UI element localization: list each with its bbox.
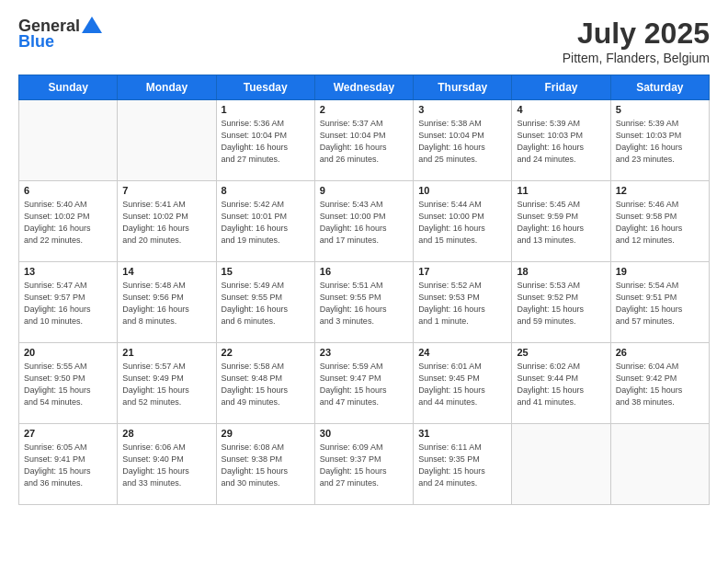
calendar-cell: 13Sunrise: 5:47 AM Sunset: 9:57 PM Dayli… [19, 262, 118, 343]
calendar-cell: 25Sunrise: 6:02 AM Sunset: 9:44 PM Dayli… [512, 343, 610, 424]
cell-info: Sunrise: 6:11 AM Sunset: 9:35 PM Dayligh… [418, 442, 506, 489]
day-number: 30 [320, 428, 408, 439]
cell-info: Sunrise: 5:44 AM Sunset: 10:00 PM Daylig… [418, 199, 506, 247]
cell-info: Sunrise: 5:38 AM Sunset: 10:04 PM Daylig… [418, 118, 506, 166]
logo-icon [82, 15, 102, 35]
cell-info: Sunrise: 6:01 AM Sunset: 9:45 PM Dayligh… [418, 361, 506, 408]
header-thursday: Thursday [414, 75, 512, 100]
week-row-0: 1Sunrise: 5:36 AM Sunset: 10:04 PM Dayli… [19, 100, 710, 181]
logo: General Blue [18, 17, 102, 52]
cell-info: Sunrise: 5:43 AM Sunset: 10:00 PM Daylig… [320, 199, 408, 247]
header: General Blue July 2025 Pittem, Flanders,… [18, 17, 710, 65]
day-number: 9 [320, 185, 408, 196]
calendar-cell: 7Sunrise: 5:41 AM Sunset: 10:02 PM Dayli… [118, 181, 216, 262]
day-number: 23 [320, 347, 408, 358]
cell-info: Sunrise: 5:58 AM Sunset: 9:48 PM Dayligh… [222, 361, 310, 408]
cell-info: Sunrise: 5:41 AM Sunset: 10:02 PM Daylig… [122, 199, 210, 247]
cell-info: Sunrise: 5:57 AM Sunset: 9:49 PM Dayligh… [122, 361, 210, 408]
day-number: 20 [24, 347, 112, 358]
calendar-cell: 22Sunrise: 5:58 AM Sunset: 9:48 PM Dayli… [216, 343, 314, 424]
calendar-cell [512, 424, 610, 505]
cell-info: Sunrise: 5:48 AM Sunset: 9:56 PM Dayligh… [122, 280, 210, 327]
header-friday: Friday [512, 75, 610, 100]
week-row-4: 27Sunrise: 6:05 AM Sunset: 9:41 PM Dayli… [19, 424, 710, 505]
day-number: 16 [320, 266, 408, 277]
cell-info: Sunrise: 5:37 AM Sunset: 10:04 PM Daylig… [320, 118, 408, 166]
day-number: 8 [222, 185, 310, 196]
day-number: 26 [616, 347, 704, 358]
cell-info: Sunrise: 5:40 AM Sunset: 10:02 PM Daylig… [24, 199, 112, 247]
cell-info: Sunrise: 5:36 AM Sunset: 10:04 PM Daylig… [222, 118, 310, 166]
day-number: 15 [222, 266, 310, 277]
cell-info: Sunrise: 5:53 AM Sunset: 9:52 PM Dayligh… [517, 280, 605, 327]
calendar-cell: 20Sunrise: 5:55 AM Sunset: 9:50 PM Dayli… [19, 343, 118, 424]
title-block: July 2025 Pittem, Flanders, Belgium [563, 17, 710, 65]
cell-info: Sunrise: 5:39 AM Sunset: 10:03 PM Daylig… [616, 118, 704, 166]
calendar-cell [19, 100, 118, 181]
svg-marker-0 [82, 17, 102, 33]
calendar-cell: 23Sunrise: 5:59 AM Sunset: 9:47 PM Dayli… [314, 343, 413, 424]
cell-info: Sunrise: 6:08 AM Sunset: 9:38 PM Dayligh… [222, 442, 310, 489]
day-number: 27 [24, 428, 112, 439]
day-number: 13 [24, 266, 112, 277]
calendar-cell: 30Sunrise: 6:09 AM Sunset: 9:37 PM Dayli… [314, 424, 413, 505]
calendar-cell: 8Sunrise: 5:42 AM Sunset: 10:01 PM Dayli… [216, 181, 314, 262]
week-row-2: 13Sunrise: 5:47 AM Sunset: 9:57 PM Dayli… [19, 262, 710, 343]
calendar-cell: 21Sunrise: 5:57 AM Sunset: 9:49 PM Dayli… [118, 343, 216, 424]
calendar-cell: 5Sunrise: 5:39 AM Sunset: 10:03 PM Dayli… [610, 100, 709, 181]
cell-info: Sunrise: 6:05 AM Sunset: 9:41 PM Dayligh… [24, 442, 112, 489]
day-number: 2 [320, 104, 408, 115]
day-number: 3 [418, 104, 506, 115]
week-row-3: 20Sunrise: 5:55 AM Sunset: 9:50 PM Dayli… [19, 343, 710, 424]
day-number: 17 [418, 266, 506, 277]
calendar-cell: 27Sunrise: 6:05 AM Sunset: 9:41 PM Dayli… [19, 424, 118, 505]
header-tuesday: Tuesday [216, 75, 314, 100]
day-number: 31 [418, 428, 506, 439]
header-row: Sunday Monday Tuesday Wednesday Thursday… [19, 75, 710, 100]
header-monday: Monday [118, 75, 216, 100]
calendar-cell: 4Sunrise: 5:39 AM Sunset: 10:03 PM Dayli… [512, 100, 610, 181]
cell-info: Sunrise: 5:39 AM Sunset: 10:03 PM Daylig… [517, 118, 605, 166]
day-number: 24 [418, 347, 506, 358]
calendar-cell: 11Sunrise: 5:45 AM Sunset: 9:59 PM Dayli… [512, 181, 610, 262]
calendar-cell: 6Sunrise: 5:40 AM Sunset: 10:02 PM Dayli… [19, 181, 118, 262]
week-row-1: 6Sunrise: 5:40 AM Sunset: 10:02 PM Dayli… [19, 181, 710, 262]
logo-blue: Blue [18, 32, 54, 52]
calendar-cell [610, 424, 709, 505]
cell-info: Sunrise: 5:51 AM Sunset: 9:55 PM Dayligh… [320, 280, 408, 327]
calendar-cell: 19Sunrise: 5:54 AM Sunset: 9:51 PM Dayli… [610, 262, 709, 343]
calendar-cell: 3Sunrise: 5:38 AM Sunset: 10:04 PM Dayli… [414, 100, 512, 181]
calendar-cell: 2Sunrise: 5:37 AM Sunset: 10:04 PM Dayli… [314, 100, 413, 181]
cell-info: Sunrise: 6:09 AM Sunset: 9:37 PM Dayligh… [320, 442, 408, 489]
day-number: 11 [517, 185, 605, 196]
day-number: 4 [517, 104, 605, 115]
cell-info: Sunrise: 6:04 AM Sunset: 9:42 PM Dayligh… [616, 361, 704, 408]
calendar-cell: 15Sunrise: 5:49 AM Sunset: 9:55 PM Dayli… [216, 262, 314, 343]
header-sunday: Sunday [19, 75, 118, 100]
header-wednesday: Wednesday [314, 75, 413, 100]
day-number: 6 [24, 185, 112, 196]
calendar-cell: 26Sunrise: 6:04 AM Sunset: 9:42 PM Dayli… [610, 343, 709, 424]
day-number: 25 [517, 347, 605, 358]
calendar-cell: 29Sunrise: 6:08 AM Sunset: 9:38 PM Dayli… [216, 424, 314, 505]
calendar-cell: 12Sunrise: 5:46 AM Sunset: 9:58 PM Dayli… [610, 181, 709, 262]
calendar-cell: 1Sunrise: 5:36 AM Sunset: 10:04 PM Dayli… [216, 100, 314, 181]
calendar-cell: 17Sunrise: 5:52 AM Sunset: 9:53 PM Dayli… [414, 262, 512, 343]
cell-info: Sunrise: 5:42 AM Sunset: 10:01 PM Daylig… [222, 199, 310, 247]
page: General Blue July 2025 Pittem, Flanders,… [0, 0, 728, 563]
cell-info: Sunrise: 5:59 AM Sunset: 9:47 PM Dayligh… [320, 361, 408, 408]
day-number: 21 [122, 347, 210, 358]
calendar-cell: 18Sunrise: 5:53 AM Sunset: 9:52 PM Dayli… [512, 262, 610, 343]
calendar-cell: 10Sunrise: 5:44 AM Sunset: 10:00 PM Dayl… [414, 181, 512, 262]
day-number: 10 [418, 185, 506, 196]
cell-info: Sunrise: 5:49 AM Sunset: 9:55 PM Dayligh… [222, 280, 310, 327]
calendar-table: Sunday Monday Tuesday Wednesday Thursday… [18, 75, 710, 505]
cell-info: Sunrise: 5:45 AM Sunset: 9:59 PM Dayligh… [517, 199, 605, 247]
calendar-cell [118, 100, 216, 181]
day-number: 29 [222, 428, 310, 439]
cell-info: Sunrise: 5:47 AM Sunset: 9:57 PM Dayligh… [24, 280, 112, 327]
day-number: 22 [222, 347, 310, 358]
cell-info: Sunrise: 5:46 AM Sunset: 9:58 PM Dayligh… [616, 199, 704, 247]
calendar-cell: 14Sunrise: 5:48 AM Sunset: 9:56 PM Dayli… [118, 262, 216, 343]
day-number: 28 [122, 428, 210, 439]
